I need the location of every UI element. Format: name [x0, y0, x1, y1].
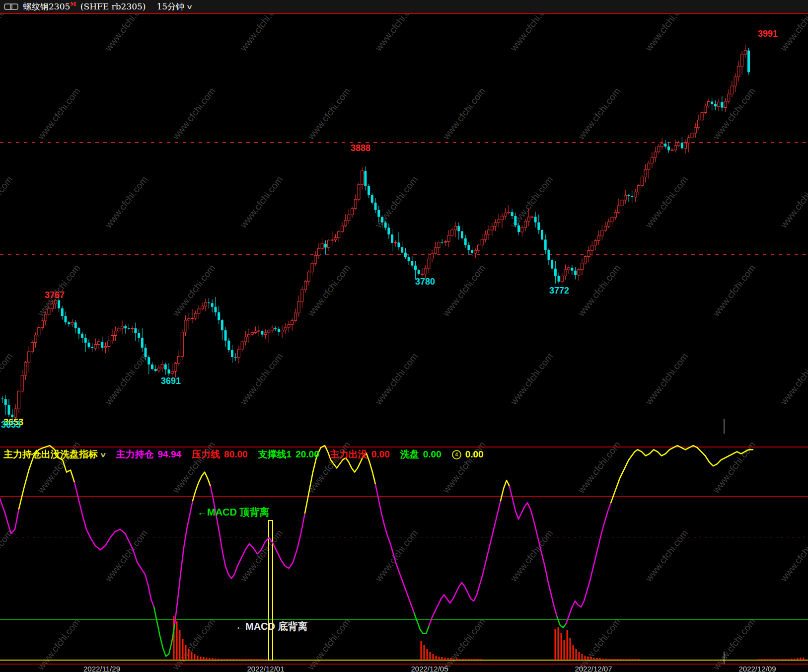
candle	[607, 222, 610, 226]
instrument-code: (SHFE rb2305)	[80, 1, 146, 11]
indicator-header: 主力持仓出没洗盘指标 ∨ 主力持仓94.94 压力线80.00 支撑线120.0…	[3, 448, 484, 461]
candle	[118, 328, 120, 331]
candle	[594, 240, 596, 245]
candle	[201, 306, 204, 309]
candle	[331, 240, 333, 240]
candle	[211, 303, 214, 306]
candle	[358, 185, 360, 199]
candle	[151, 365, 153, 369]
candle	[708, 101, 710, 106]
candle	[734, 77, 736, 86]
candle	[744, 51, 746, 54]
macd-top-divergence-annotation: ←MACD 顶背离	[197, 506, 270, 519]
candle	[418, 270, 420, 274]
candle	[198, 309, 200, 313]
link-icon[interactable]	[4, 3, 18, 10]
field-main-position: 主力持仓94.94	[116, 448, 182, 461]
candle	[98, 342, 100, 345]
candle	[174, 363, 177, 371]
candle	[268, 330, 270, 333]
candle	[568, 268, 570, 270]
candle	[321, 244, 323, 248]
candle	[274, 328, 277, 329]
candle	[554, 269, 557, 276]
field-washout: 洗盘0.00	[400, 448, 441, 461]
candle	[591, 245, 593, 251]
chevron-down-icon: ∨	[100, 451, 107, 458]
candle	[94, 345, 97, 348]
x-axis-dates: 2022/11/292022/12/012022/12/052022/12/07…	[0, 665, 808, 672]
candle	[304, 281, 307, 290]
candle	[168, 370, 170, 373]
candle	[334, 238, 337, 240]
candle	[391, 234, 393, 243]
candle	[578, 270, 580, 275]
candle	[614, 212, 617, 217]
candle	[34, 335, 37, 343]
candle	[638, 185, 640, 192]
candle	[264, 333, 267, 335]
indicator-name[interactable]: 主力持仓出没洗盘指标 ∨	[3, 448, 106, 461]
candle	[58, 300, 60, 308]
candle	[208, 302, 210, 303]
candle	[434, 248, 437, 253]
candle	[488, 230, 490, 234]
candle	[77, 328, 80, 333]
field-extra: 4 0.00	[452, 449, 484, 460]
candle	[604, 226, 607, 230]
candle	[508, 212, 510, 213]
candle	[227, 341, 230, 350]
candle	[737, 66, 740, 76]
candle	[141, 338, 144, 348]
candle	[161, 365, 163, 368]
candle	[84, 338, 87, 343]
candle	[191, 318, 193, 318]
candle	[397, 242, 400, 247]
candle	[547, 250, 550, 260]
trading-terminal: { "title_bar": { "instrument": "螺纹钢2305"…	[0, 0, 808, 672]
candle	[658, 147, 660, 152]
candle	[414, 266, 417, 270]
candle	[348, 215, 350, 220]
indicator-curve	[0, 446, 753, 656]
candle	[474, 250, 477, 253]
candle	[504, 213, 507, 216]
candle	[237, 349, 240, 358]
candle	[424, 268, 427, 274]
grid-lines	[0, 143, 808, 537]
candle	[421, 274, 423, 275]
candle	[741, 54, 743, 66]
candle	[154, 369, 157, 371]
candle	[194, 313, 197, 318]
date-tick-label: 2022/12/09	[738, 665, 776, 672]
indicator-name-label: 主力持仓出没洗盘指标	[3, 448, 98, 461]
candle	[21, 375, 23, 391]
candle	[718, 102, 720, 106]
chart-canvas[interactable]	[0, 0, 808, 672]
candle	[728, 94, 730, 101]
candle	[531, 217, 533, 217]
candle	[28, 352, 30, 362]
candle	[124, 326, 127, 328]
candle	[444, 242, 446, 243]
candle	[121, 326, 124, 328]
date-tick-label: 2022/11/29	[83, 665, 120, 672]
price-label: 3780	[415, 277, 435, 287]
candle	[214, 307, 217, 312]
candle	[654, 152, 657, 157]
candle	[674, 146, 676, 150]
candle	[234, 357, 237, 358]
candle	[651, 157, 653, 163]
candle	[631, 196, 633, 197]
candle	[54, 300, 57, 304]
candle	[664, 144, 666, 147]
candle	[494, 223, 497, 226]
timeframe-label: 15分钟	[156, 1, 184, 12]
candle	[527, 217, 530, 221]
timeframe-selector[interactable]: 15分钟 ∨	[156, 1, 192, 12]
candle	[24, 362, 27, 375]
candle	[544, 239, 547, 250]
candle	[711, 101, 713, 104]
candle	[171, 372, 173, 374]
instrument-title[interactable]: 螺纹钢2305M (SHFE rb2305)	[23, 1, 146, 12]
